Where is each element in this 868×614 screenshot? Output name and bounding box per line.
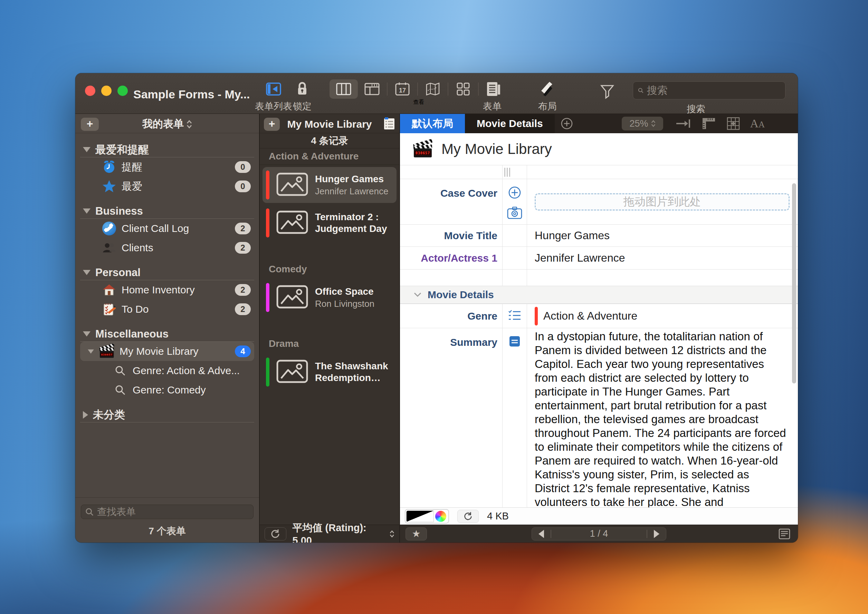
sidebar-item-home-inventory[interactable]: Home Inventory 2 bbox=[80, 280, 254, 299]
view-columns-button[interactable] bbox=[330, 79, 358, 99]
view-calendar-button[interactable]: 17 bbox=[388, 79, 417, 99]
left-arrow-icon bbox=[538, 530, 544, 538]
group-header-comedy: Comedy bbox=[263, 261, 397, 278]
paintbrush-icon bbox=[540, 79, 555, 99]
section-movie-details[interactable]: Movie Details bbox=[400, 286, 798, 304]
sidebar-section-personal[interactable]: Personal bbox=[80, 265, 254, 280]
record-list-view-icon[interactable] bbox=[383, 117, 395, 132]
disclosure-triangle-collapsed-icon bbox=[83, 411, 88, 419]
zoom-window-button[interactable] bbox=[117, 85, 128, 96]
refresh-button[interactable] bbox=[264, 527, 286, 541]
summary-text[interactable]: In a dystopian future, the totalitarian … bbox=[535, 330, 787, 507]
count-badge: 4 bbox=[235, 346, 251, 357]
sidebar-item-favorites[interactable]: 最爱 0 bbox=[80, 177, 254, 196]
ruler-button[interactable] bbox=[702, 117, 716, 130]
genre-value[interactable]: Action & Adventure bbox=[543, 310, 637, 323]
field-label: Case Cover bbox=[400, 179, 502, 224]
tab-default-layout[interactable]: 默认布局 bbox=[400, 114, 465, 133]
columns-view-icon bbox=[336, 83, 351, 95]
sidebar-header: + 我的表单 bbox=[75, 115, 259, 133]
form-list-icon bbox=[266, 79, 282, 99]
tab-stop-button[interactable] bbox=[676, 117, 691, 130]
record-title: Terminator 2 : Judgement Day bbox=[315, 211, 393, 235]
record-cell-terminator-2[interactable]: Terminator 2 : Judgement Day bbox=[263, 205, 397, 241]
form-scrollbar[interactable] bbox=[792, 183, 796, 383]
sidebar: + 我的表单 最爱和提醒 提醒 0 bbox=[75, 114, 260, 543]
tab-movie-details[interactable]: Movie Details bbox=[465, 114, 555, 133]
record-cell-shawshank[interactable]: The Shawshank Redemption… bbox=[263, 354, 397, 390]
movie-title-field[interactable]: Hunger Games bbox=[527, 225, 798, 247]
column-resize-handle[interactable] bbox=[504, 168, 510, 177]
detail-panel: 默认布局 Movie Details 25% bbox=[400, 114, 798, 543]
fonts-button[interactable]: AA bbox=[750, 117, 765, 130]
group-header-action-adventure: Action & Adventure bbox=[260, 149, 399, 165]
previous-record-button[interactable] bbox=[532, 530, 551, 538]
sidebar-section-uncategorized[interactable]: 未分类 bbox=[80, 407, 254, 422]
sidebar-item-to-do[interactable]: To Do 2 bbox=[80, 299, 254, 319]
find-form-input[interactable] bbox=[97, 506, 249, 517]
minimize-window-button[interactable] bbox=[101, 85, 112, 96]
record-subtitle: Jennifer Lawrence bbox=[315, 186, 388, 197]
add-photo-button[interactable] bbox=[508, 186, 521, 200]
close-window-button[interactable] bbox=[85, 85, 95, 96]
field-row-case-cover: Case Cover 拖动图片到此处 bbox=[400, 179, 798, 224]
toolbar-form-list[interactable]: 表单列表 bbox=[255, 79, 292, 113]
sidebar-item-clients[interactable]: Clients 2 bbox=[80, 238, 254, 257]
favorite-record-button[interactable]: ★ bbox=[406, 527, 427, 541]
record-cell-office-space[interactable]: Office Space Ron Livingston bbox=[263, 279, 397, 315]
view-browse-button[interactable] bbox=[358, 79, 386, 99]
sidebar-section-business[interactable]: Business bbox=[80, 204, 254, 219]
next-record-button[interactable] bbox=[647, 530, 666, 538]
toolbar-form[interactable]: 表单 bbox=[483, 79, 501, 113]
sidebar-item-reminders[interactable]: 提醒 0 bbox=[80, 157, 254, 177]
detail-dark-footer: ★ 1 / 4 bbox=[400, 525, 798, 543]
color-swatch-control[interactable] bbox=[405, 509, 449, 524]
grid-snap-button[interactable] bbox=[727, 117, 740, 130]
image-dropzone[interactable]: 拖动图片到此处 bbox=[535, 193, 790, 211]
disclosure-triangle-icon[interactable] bbox=[88, 349, 94, 354]
note-icon[interactable] bbox=[509, 335, 521, 349]
sidebar-item-my-movie-library[interactable]: 030657 My Movie Library 4 bbox=[80, 342, 254, 361]
toolbar-search[interactable] bbox=[633, 81, 786, 99]
view-map-button[interactable] bbox=[418, 79, 447, 99]
magnifier-icon bbox=[113, 364, 127, 378]
add-form-button[interactable]: + bbox=[81, 118, 99, 131]
add-record-button[interactable]: + bbox=[264, 118, 280, 131]
form-doc-icon bbox=[779, 529, 790, 540]
sidebar-item-saved-search-comedy[interactable]: Genre: Comedy bbox=[80, 380, 254, 400]
image-placeholder-icon bbox=[276, 285, 308, 310]
record-form: 030657 My Movie Library Case Cover bbox=[400, 133, 798, 507]
checklist-icon[interactable] bbox=[508, 309, 521, 323]
zoom-stepper[interactable]: 25% bbox=[622, 117, 663, 130]
actor-field[interactable]: Jennifer Lawrence bbox=[527, 247, 798, 269]
category-color-bar bbox=[266, 283, 269, 312]
toolbar-filter[interactable] bbox=[600, 82, 614, 101]
sidebar-item-client-call-log[interactable]: Client Call Log 2 bbox=[80, 219, 254, 238]
camera-button[interactable] bbox=[507, 207, 522, 220]
right-arrow-icon bbox=[654, 530, 660, 538]
image-placeholder-icon bbox=[276, 211, 308, 236]
toolbar-layout[interactable]: 布局 bbox=[538, 79, 557, 113]
refresh-record-button[interactable] bbox=[457, 510, 479, 523]
sidebar-list: 最爱和提醒 提醒 0 最 bbox=[75, 133, 259, 497]
toolbar-lock[interactable]: 锁定 bbox=[293, 79, 311, 113]
sidebar-section-miscellaneous[interactable]: Miscellaneous bbox=[80, 327, 254, 342]
lock-icon bbox=[295, 79, 309, 99]
rating-average-control[interactable]: 平均值 (Rating): 5.00 bbox=[292, 521, 394, 543]
house-icon bbox=[102, 283, 116, 297]
people-icon bbox=[102, 241, 116, 255]
sidebar-section-favorites[interactable]: 最爱和提醒 bbox=[80, 142, 254, 157]
phone-icon bbox=[102, 222, 116, 236]
find-form-box[interactable] bbox=[81, 505, 254, 519]
view-grid-button[interactable] bbox=[449, 79, 478, 99]
sidebar-item-saved-search-action[interactable]: Genre: Action & Adve... bbox=[80, 361, 254, 380]
pager-position: 1 / 4 bbox=[551, 529, 647, 539]
add-layout-button[interactable] bbox=[555, 114, 579, 133]
sidebar-title[interactable]: 我的表单 bbox=[75, 117, 259, 131]
count-badge: 2 bbox=[235, 223, 251, 234]
group-header-drama: Drama bbox=[263, 335, 397, 352]
form-view-toggle-button[interactable] bbox=[779, 529, 790, 541]
clapperboard-icon: 030657 bbox=[100, 344, 114, 358]
search-input[interactable] bbox=[647, 85, 780, 96]
record-cell-hunger-games[interactable]: Hunger Games Jennifer Lawrence bbox=[263, 167, 397, 203]
